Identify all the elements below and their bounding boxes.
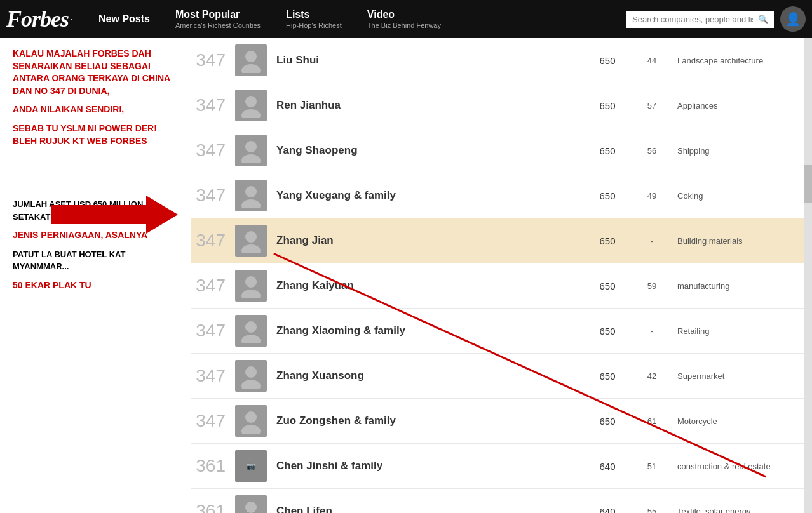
rank-number: 347 xyxy=(191,140,235,161)
sidebar-block7: 50 EKAR PLAK TU xyxy=(13,279,181,292)
svg-point-11 xyxy=(245,276,257,288)
person-name[interactable]: Zhang Kaiyuan xyxy=(276,279,582,292)
person-avatar xyxy=(235,44,267,76)
person-avatar xyxy=(235,225,267,256)
list-row[interactable]: 347 Zhang Xiaoming & family 650 - Retail… xyxy=(191,309,804,354)
list-row[interactable]: 347 Zuo Zongshen & family 650 61 Motorcy… xyxy=(191,399,804,444)
header: Forbes · New Posts Most Popular America'… xyxy=(0,0,812,38)
person-name[interactable]: Zuo Zongshen & family xyxy=(276,415,582,427)
search-input[interactable] xyxy=(626,11,772,28)
svg-point-5 xyxy=(245,141,257,152)
nav-lists[interactable]: Lists Hip-Hop's Richest xyxy=(273,0,355,38)
svg-point-17 xyxy=(245,411,257,423)
svg-point-6 xyxy=(241,154,261,163)
list-row[interactable]: 347 Zhang Xuansong 650 42 Supermarket xyxy=(191,354,804,399)
net-worth: 640 xyxy=(582,506,633,514)
rank-number: 361 xyxy=(191,501,235,513)
net-worth: 650 xyxy=(582,416,633,427)
list-row[interactable]: 347 Zhang Jian 650 - Building materials xyxy=(191,218,804,263)
person-age: - xyxy=(633,326,671,336)
rank-number: 347 xyxy=(191,321,235,341)
forbes-logo[interactable]: Forbes xyxy=(6,6,69,32)
svg-point-13 xyxy=(245,321,257,333)
rank-number: 347 xyxy=(191,411,235,431)
svg-point-19 xyxy=(245,502,257,513)
person-age: - xyxy=(633,236,671,246)
industry: Supermarket xyxy=(671,371,798,381)
rank-number: 347 xyxy=(191,366,235,386)
person-name[interactable]: Chen Jinshi & family xyxy=(276,460,582,472)
person-avatar: 📷 xyxy=(235,450,267,482)
svg-point-1 xyxy=(245,51,257,62)
person-age: 56 xyxy=(633,146,671,156)
user-avatar[interactable]: 👤 xyxy=(780,6,806,32)
person-age: 44 xyxy=(633,56,671,65)
list-row[interactable]: 347 Liu Shui 650 44 Landscape architectu… xyxy=(191,38,804,83)
main-area: KALAU MAJALAH FORBES DAH SENARAIKAN BELI… xyxy=(0,38,812,513)
rank-number: 347 xyxy=(191,230,235,251)
person-avatar xyxy=(235,180,267,211)
svg-point-4 xyxy=(241,109,261,118)
net-worth: 650 xyxy=(582,236,633,246)
net-worth: 650 xyxy=(582,55,633,66)
person-name[interactable]: Liu Shui xyxy=(276,54,582,67)
nav-video[interactable]: Video The Biz Behind Fenway xyxy=(355,0,454,38)
net-worth: 650 xyxy=(582,281,633,291)
industry: manufacturing xyxy=(671,281,798,291)
list-row[interactable]: 361 📷 Chen Jinshi & family 640 51 constr… xyxy=(191,444,804,489)
person-name[interactable]: Zhang Xuansong xyxy=(276,370,582,382)
person-age: 49 xyxy=(633,191,671,201)
person-avatar xyxy=(235,135,267,166)
net-worth: 650 xyxy=(582,100,633,111)
list-row[interactable]: 347 Yang Xuegang & family 650 49 Coking xyxy=(191,173,804,218)
person-name[interactable]: Ren Jianhua xyxy=(276,99,582,112)
person-avatar xyxy=(235,315,267,347)
industry: Retailing xyxy=(671,326,798,336)
svg-point-8 xyxy=(241,199,261,208)
industry: Landscape architecture xyxy=(671,56,798,65)
svg-marker-0 xyxy=(51,196,178,234)
list-container: 347 Liu Shui 650 44 Landscape architectu… xyxy=(191,38,804,513)
svg-point-7 xyxy=(245,186,257,197)
list-row[interactable]: 347 Ren Jianhua 650 57 Appliances xyxy=(191,83,804,128)
rank-number: 347 xyxy=(191,50,235,70)
net-worth: 650 xyxy=(582,326,633,336)
person-age: 59 xyxy=(633,281,671,291)
net-worth: 650 xyxy=(582,190,633,201)
person-name[interactable]: Chen Lifen xyxy=(276,505,582,513)
industry: Shipping xyxy=(671,146,798,156)
nav-new-posts[interactable]: New Posts xyxy=(86,0,163,38)
svg-point-3 xyxy=(245,96,257,107)
svg-point-18 xyxy=(241,425,261,434)
nav-most-popular[interactable]: Most Popular America's Richest Counties xyxy=(163,0,273,38)
list-row[interactable]: 347 Yang Shaopeng 650 56 Shipping xyxy=(191,128,804,173)
person-age: 55 xyxy=(633,507,671,514)
svg-point-12 xyxy=(241,290,261,298)
net-worth: 650 xyxy=(582,145,633,156)
sidebar-block1: KALAU MAJALAH FORBES DAH SENARAIKAN BELI… xyxy=(13,48,181,97)
person-name[interactable]: Yang Shaopeng xyxy=(276,144,582,157)
industry: Coking xyxy=(671,191,798,201)
svg-point-15 xyxy=(245,366,257,378)
person-name[interactable]: Yang Xuegang & family xyxy=(276,189,582,202)
person-name[interactable]: Zhang Xiaoming & family xyxy=(276,324,582,337)
scrollbar-thumb[interactable] xyxy=(804,165,812,203)
svg-point-9 xyxy=(245,231,257,243)
net-worth: 650 xyxy=(582,371,633,382)
net-worth: 640 xyxy=(582,461,633,472)
list-row[interactable]: 361 Chen Lifen 640 55 Textile, solar ene… xyxy=(191,489,804,513)
person-avatar xyxy=(235,495,267,513)
person-name[interactable]: Zhang Jian xyxy=(276,234,582,247)
rank-number: 361 xyxy=(191,456,235,476)
list-row[interactable]: 347 Zhang Kaiyuan 650 59 manufacturing xyxy=(191,263,804,309)
svg-point-2 xyxy=(241,64,261,73)
logo-area[interactable]: Forbes · xyxy=(6,6,73,32)
rank-number: 347 xyxy=(191,185,235,206)
svg-point-16 xyxy=(241,380,261,389)
sidebar: KALAU MAJALAH FORBES DAH SENARAIKAN BELI… xyxy=(0,38,191,513)
industry: Appliances xyxy=(671,101,798,110)
search-button[interactable]: 🔍 xyxy=(753,11,774,28)
scrollbar[interactable] xyxy=(804,38,812,513)
person-age: 61 xyxy=(633,416,671,426)
industry: construction & real estate xyxy=(671,462,798,471)
